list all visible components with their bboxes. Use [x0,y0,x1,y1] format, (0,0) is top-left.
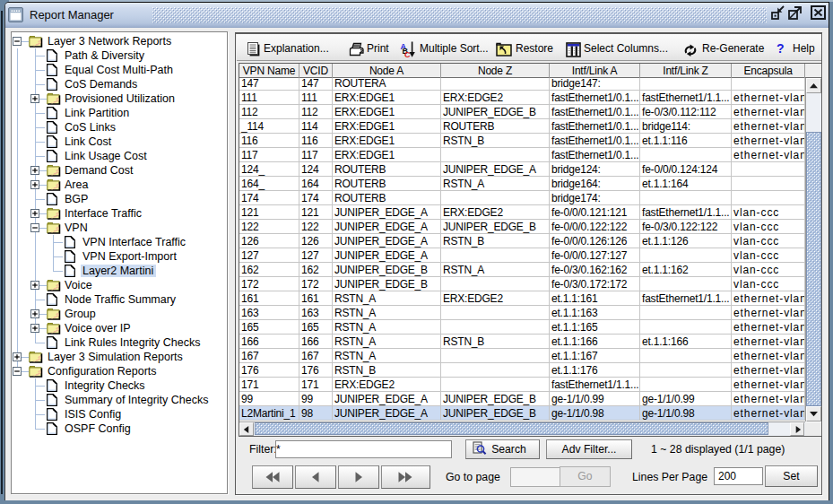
svg-text:C: C [404,50,411,58]
